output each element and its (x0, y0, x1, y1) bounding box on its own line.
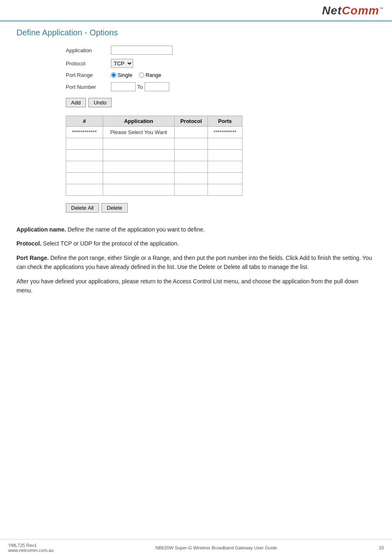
footer-left-line1: YML725 Rev1 (8, 543, 54, 548)
table-section: # Application Protocol Ports ***********… (0, 116, 392, 196)
table-row-empty-4 (66, 173, 242, 184)
footer-left-line2: www.netcomm.com.au (8, 548, 54, 553)
desc-3-bold: Port Range. (16, 255, 49, 261)
delete-button[interactable]: Delete (101, 203, 128, 213)
logo-comm: Comm (342, 4, 379, 17)
delete-all-button[interactable]: Delete All (66, 203, 99, 213)
port-range-row: Port Range Single Range (66, 72, 376, 78)
page-title: Define Application - Options (0, 21, 392, 46)
table-row-empty-2 (66, 150, 242, 161)
footer-left: YML725 Rev1 www.netcomm.com.au (8, 543, 54, 553)
col-protocol: Protocol (175, 116, 208, 127)
add-button[interactable]: Add (66, 98, 86, 107)
footer-center: NB620W Super-G Wireless Broadband Gatewa… (155, 545, 277, 550)
application-row: Application (66, 46, 376, 55)
desc-paragraph-2: Protocol. Select TCP or UDP for the prot… (16, 239, 376, 248)
range-label: Range (145, 72, 161, 78)
footer-page-number: 33 (379, 545, 384, 550)
port-range-group: Single Range (111, 72, 161, 78)
range-radio-label[interactable]: Range (139, 72, 161, 78)
table-header-row: # Application Protocol Ports (66, 116, 242, 127)
description-section: Application name. Define the name of the… (0, 221, 392, 304)
desc-4-text: After you have defined your applications… (16, 278, 358, 294)
protocol-select[interactable]: TCP UDP (111, 59, 133, 68)
port-to-input[interactable] (145, 82, 169, 91)
desc-1-text: Define the name of the application you w… (67, 226, 205, 233)
logo-net: Net (322, 4, 342, 17)
port-number-group: To (111, 82, 169, 91)
col-hash: # (66, 116, 103, 127)
application-input[interactable] (111, 46, 173, 55)
undo-button[interactable]: Undo (88, 98, 112, 107)
logo: NetComm™ (322, 4, 384, 17)
protocol-row: Protocol TCP UDP (66, 59, 376, 68)
port-number-row: Port Number To (66, 82, 376, 91)
port-from-input[interactable] (111, 82, 136, 91)
table-row-empty-5 (66, 184, 242, 196)
desc-paragraph-3: Port Range. Define the port range, eithe… (16, 253, 376, 272)
table-row[interactable]: ************ Please Select You Want ****… (66, 127, 242, 138)
col-ports: Ports (208, 116, 242, 127)
table-button-row: Delete All Delete (0, 200, 392, 213)
port-range-label: Port Range (66, 72, 111, 78)
to-label: To (137, 84, 143, 90)
row1-protocol (175, 127, 208, 138)
logo-tm: ™ (379, 7, 384, 11)
col-application: Application (103, 116, 175, 127)
desc-3-text: Define the port range, either Single or … (16, 255, 372, 270)
desc-2-text: Select TCP or UDP for the protocol of th… (43, 240, 179, 247)
application-table: # Application Protocol Ports ***********… (66, 116, 242, 196)
single-label: Single (118, 72, 132, 78)
desc-paragraph-1: Application name. Define the name of the… (16, 225, 376, 234)
single-radio[interactable] (111, 72, 116, 78)
port-number-label: Port Number (66, 84, 111, 90)
application-label: Application (66, 47, 111, 53)
row1-hash: ************ (66, 127, 103, 138)
row1-application: Please Select You Want (103, 127, 175, 138)
desc-2-bold: Protocol. (16, 240, 42, 247)
row1-ports: *********** (208, 127, 242, 138)
form-button-row: Add Undo (66, 98, 376, 107)
footer: YML725 Rev1 www.netcomm.com.au NB620W Su… (0, 539, 392, 556)
range-radio[interactable] (139, 72, 144, 78)
desc-1-bold: Application name. (16, 226, 66, 233)
header: NetComm™ (0, 0, 392, 21)
desc-paragraph-4: After you have defined your applications… (16, 277, 376, 295)
single-radio-label[interactable]: Single (111, 72, 132, 78)
table-row-empty-3 (66, 161, 242, 173)
protocol-label: Protocol (66, 60, 111, 67)
table-row-empty-1 (66, 138, 242, 150)
form-section: Application Protocol TCP UDP Port Range … (0, 46, 392, 107)
